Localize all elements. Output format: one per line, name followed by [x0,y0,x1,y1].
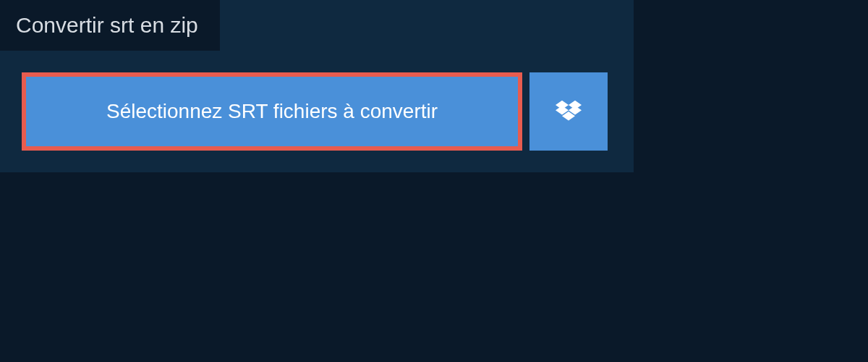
tab-header: Convertir srt en zip [0,0,220,51]
button-row: Sélectionnez SRT fichiers à convertir [22,72,612,151]
dropbox-icon [556,100,582,123]
select-files-label: Sélectionnez SRT fichiers à convertir [106,100,438,123]
converter-panel: Convertir srt en zip Sélectionnez SRT fi… [0,0,634,172]
page-title: Convertir srt en zip [16,13,198,37]
select-files-button[interactable]: Sélectionnez SRT fichiers à convertir [22,72,522,151]
content-area: Sélectionnez SRT fichiers à convertir [0,51,634,172]
dropbox-button[interactable] [529,72,608,151]
